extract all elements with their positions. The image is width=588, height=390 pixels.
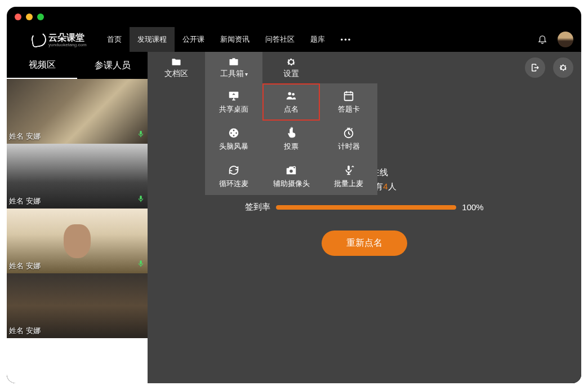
- participant-name: 姓名 安娜: [9, 326, 41, 336]
- touch-icon: [285, 127, 297, 139]
- signin-progress-fill: [276, 205, 456, 210]
- toolbar-toolbox[interactable]: 工具箱▾: [205, 52, 262, 83]
- folder-icon: [171, 56, 182, 68]
- toolbar-label: 工具箱▾: [220, 69, 248, 79]
- video-list: 姓名 安娜 姓名 安娜 姓名 安娜 姓名 安娜: [7, 79, 148, 383]
- mic-up-icon: [342, 164, 355, 176]
- maximize-window[interactable]: [37, 14, 44, 20]
- dd-aux-camera[interactable]: 辅助摄像头: [262, 158, 320, 195]
- signin-rate-row: 签到率 100%: [245, 202, 483, 212]
- participant-name: 姓名 安娜: [9, 261, 41, 271]
- gear-icon: [558, 63, 568, 73]
- people-icon: [285, 90, 297, 102]
- nav-qa-community[interactable]: 问答社区: [257, 27, 302, 52]
- brand-subtitle: yunduoketang.com: [48, 42, 87, 47]
- svg-point-8: [288, 92, 292, 96]
- film-reel-icon: [228, 127, 240, 139]
- exit-button[interactable]: [525, 57, 545, 78]
- tab-video-area[interactable]: 视频区: [7, 52, 77, 79]
- signin-progress-bar: [276, 205, 456, 210]
- svg-rect-23: [348, 166, 350, 170]
- settings-button[interactable]: [553, 57, 573, 78]
- toolbar-label: 文档区: [164, 69, 188, 79]
- nav-news[interactable]: 新闻资讯: [212, 27, 257, 52]
- toolbar-doc-area[interactable]: 文档区: [148, 52, 205, 83]
- video-tile[interactable]: 姓名 安娜: [7, 273, 148, 338]
- mic-on-icon: [137, 195, 144, 205]
- dd-batch-mic[interactable]: 批量上麦: [320, 158, 377, 195]
- gear-icon: [286, 56, 297, 68]
- video-feed: [7, 338, 148, 383]
- svg-rect-6: [230, 59, 238, 65]
- calendar-icon: [342, 90, 355, 102]
- app-body: 视频区 参课人员 姓名 安娜 姓名 安娜 姓名 安娜: [7, 52, 581, 383]
- dd-roll-call[interactable]: 点名: [262, 83, 320, 121]
- main-panel: 文档区 工具箱▾ 设置: [148, 52, 581, 383]
- tab-participants[interactable]: 参课人员: [77, 52, 148, 79]
- svg-rect-7: [229, 92, 239, 98]
- svg-point-18: [233, 135, 235, 136]
- video-tile[interactable]: 姓名 安娜: [7, 79, 148, 144]
- sidebar: 视频区 参课人员 姓名 安娜 姓名 安娜 姓名 安娜: [7, 52, 148, 383]
- video-tile[interactable]: 姓名 安娜: [7, 209, 148, 273]
- svg-point-16: [230, 132, 232, 134]
- brand[interactable]: 云朵课堂 yunduoketang.com: [32, 32, 87, 47]
- clock-icon: [342, 127, 355, 139]
- mic-on-icon: [137, 130, 144, 140]
- signin-rate-label: 签到率: [245, 202, 270, 212]
- video-tile[interactable]: 姓名 安娜: [7, 144, 148, 209]
- toolbox-dropdown: 共享桌面 点名 答题卡 头脑风暴 投票: [205, 83, 377, 195]
- video-tile-empty[interactable]: [7, 338, 148, 383]
- refresh-icon: [228, 164, 240, 176]
- svg-rect-0: [140, 131, 142, 135]
- minimize-window[interactable]: [26, 14, 33, 20]
- svg-rect-4: [140, 260, 142, 264]
- user-avatar[interactable]: [558, 32, 573, 47]
- top-nav-bar: 云朵课堂 yunduoketang.com 首页 发现课程 公开课 新闻资讯 问…: [7, 27, 581, 52]
- svg-rect-10: [345, 92, 353, 101]
- dd-timer[interactable]: 计时器: [320, 121, 377, 158]
- nav-discover-courses[interactable]: 发现课程: [130, 27, 175, 52]
- brand-cloud-icon: [30, 31, 47, 48]
- participant-name: 姓名 安娜: [9, 131, 41, 141]
- nav-more[interactable]: •••: [333, 27, 360, 52]
- signin-rate-value: 100%: [462, 202, 483, 212]
- svg-point-17: [235, 132, 237, 134]
- svg-point-9: [292, 93, 295, 96]
- monitor-share-icon: [228, 90, 240, 102]
- toolbar-label: 设置: [283, 69, 299, 79]
- panel-toolbar: 文档区 工具箱▾ 设置: [148, 52, 581, 83]
- dd-share-desktop[interactable]: 共享桌面: [205, 83, 262, 121]
- nav-question-bank[interactable]: 题库: [302, 27, 333, 52]
- top-right-controls: [537, 32, 573, 47]
- svg-point-15: [233, 130, 235, 131]
- caret-down-icon: ▾: [245, 71, 248, 77]
- svg-point-21: [289, 170, 293, 173]
- redo-rollcall-button[interactable]: 重新点名: [322, 231, 407, 256]
- exit-icon: [530, 63, 540, 73]
- nav-home[interactable]: 首页: [99, 27, 130, 52]
- sidebar-tabs: 视频区 参课人员: [7, 52, 148, 79]
- app-window: 云朵课堂 yunduoketang.com 首页 发现课程 公开课 新闻资讯 问…: [7, 7, 581, 383]
- dd-loop-mic[interactable]: 循环连麦: [205, 158, 262, 195]
- svg-rect-2: [140, 196, 142, 200]
- dd-vote[interactable]: 投票: [262, 121, 320, 158]
- traffic-lights: [7, 7, 581, 27]
- briefcase-icon: [228, 56, 239, 68]
- dd-brainstorm[interactable]: 头脑风暴: [205, 121, 262, 158]
- nav-open-courses[interactable]: 公开课: [175, 27, 212, 52]
- close-window[interactable]: [15, 14, 21, 20]
- top-nav: 首页 发现课程 公开课 新闻资讯 问答社区 题库 •••: [99, 27, 360, 52]
- dd-answer-card[interactable]: 答题卡: [320, 83, 377, 121]
- mic-on-icon: [137, 260, 144, 270]
- brand-title: 云朵课堂: [48, 33, 84, 42]
- toolbar-settings[interactable]: 设置: [262, 52, 320, 83]
- camera-plus-icon: [285, 164, 297, 176]
- notifications-icon[interactable]: [537, 34, 547, 46]
- participant-name: 姓名 安娜: [9, 196, 41, 206]
